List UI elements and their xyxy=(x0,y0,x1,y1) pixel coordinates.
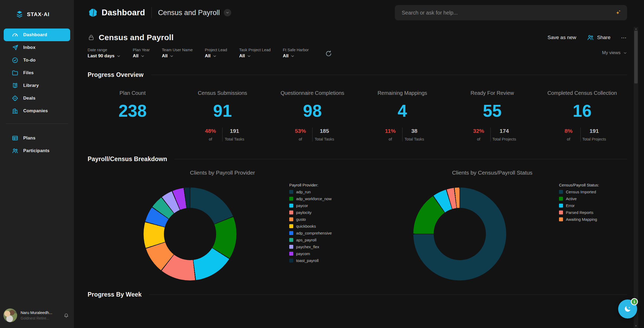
legend-item-awaiting-mapping[interactable]: Awaiting Mapping xyxy=(559,217,599,222)
filter-date-range[interactable]: Date rangeLast 90 days xyxy=(88,48,121,59)
legend-item-parsed-reports[interactable]: Parsed Reports xyxy=(559,210,599,215)
chevron-down-icon xyxy=(291,54,295,58)
sidebar-item-companies[interactable]: Companies xyxy=(4,105,70,117)
legend-item-paycor[interactable]: paycor xyxy=(289,203,332,208)
scrollbar-track[interactable]: ▲ ▼ xyxy=(634,27,638,328)
stat-percent-col: 53%of xyxy=(290,128,311,141)
brand-logo[interactable]: STAX·AI xyxy=(0,0,74,25)
legend-item-adp-comprehensive[interactable]: adp_comprehensive xyxy=(289,231,332,235)
stat-label: Questionnaire Completions xyxy=(267,90,357,96)
legend-swatch xyxy=(289,190,293,194)
stat-total-label: Total Projects xyxy=(582,137,606,141)
stat-of-label: of xyxy=(290,137,311,141)
share-button[interactable]: Share xyxy=(587,34,610,41)
filter-team-user-name[interactable]: Team User NameAll xyxy=(162,48,193,59)
title-actions: Save as new Share ⋯ xyxy=(548,34,627,41)
page-title: Census and Payroll xyxy=(99,33,174,42)
chevron-down-icon xyxy=(141,54,145,58)
stat-of-label: of xyxy=(558,137,579,141)
stat-total-value: 174 xyxy=(492,128,516,134)
legend-item-adp-workforce-now[interactable]: adp_workforce_now xyxy=(289,196,332,201)
filter-selected-value: All xyxy=(133,53,139,59)
legend-swatch xyxy=(559,204,563,208)
legend-swatch xyxy=(289,252,293,256)
legend-item-error[interactable]: Error xyxy=(559,203,599,208)
sidebar-item-participants[interactable]: Participants xyxy=(4,144,70,157)
legend-item-adp-run[interactable]: adp_run xyxy=(289,190,332,194)
legend-item-quickbooks[interactable]: quickbooks xyxy=(289,224,332,228)
legend-item-paychex-flex[interactable]: paychex_flex xyxy=(289,245,332,249)
legend-item-paylocity[interactable]: paylocity xyxy=(289,210,332,215)
sidebar-item-deals[interactable]: Deals xyxy=(4,92,70,105)
view-switcher-button[interactable] xyxy=(224,9,231,16)
chart-legend: Payroll Provider:adp_runadp_workforce_no… xyxy=(289,183,332,263)
legend-label: paycom xyxy=(296,251,310,256)
legend-item-paycom[interactable]: paycom xyxy=(289,251,332,256)
save-as-new-button[interactable]: Save as new xyxy=(548,35,576,40)
bell-icon[interactable] xyxy=(63,312,70,319)
stat-subrow: 53%of185Total Tasks xyxy=(267,128,357,141)
more-options-button[interactable]: ⋯ xyxy=(621,35,627,40)
assistant-floating-button[interactable]: 1 xyxy=(618,299,637,318)
filter-task-project-lead[interactable]: Task Project LeadAll xyxy=(239,48,271,59)
stat-total-col: 191Total Tasks xyxy=(224,128,245,141)
scrollbar-up-arrow[interactable]: ▲ xyxy=(634,27,638,30)
filter-value: All xyxy=(205,53,227,59)
user-profile[interactable]: Naru Muraleedh... Goldnest Retire... xyxy=(0,304,74,328)
chevron-down-icon xyxy=(225,11,230,15)
legend-swatch xyxy=(559,197,563,201)
stat-label: Remaining Mappings xyxy=(357,90,447,96)
sidebar-item-library[interactable]: Library xyxy=(4,79,70,92)
sidebar-item-to-do[interactable]: To-do xyxy=(4,54,70,67)
sidebar-item-plans[interactable]: Plans xyxy=(4,132,70,144)
stat-value: 238 xyxy=(88,102,178,119)
sidebar-item-inbox[interactable]: Inbox xyxy=(4,41,70,54)
my-views-dropdown[interactable]: My views xyxy=(602,50,627,55)
stat-percent-value: 53% xyxy=(290,128,311,134)
notification-badge: 1 xyxy=(631,298,638,305)
stat-of-label: of xyxy=(380,137,401,141)
filter-ft-safe-harbor[interactable]: Ft Safe HarborAll xyxy=(283,48,309,59)
search-input[interactable] xyxy=(402,10,614,16)
donut-hole xyxy=(434,208,486,260)
legend-item-aps-payroll[interactable]: aps_payroll xyxy=(289,238,332,242)
section-title: Progress Overview xyxy=(88,71,144,78)
filter-selected-value: All xyxy=(205,53,211,59)
stat-value: 55 xyxy=(447,102,537,119)
donut-chart[interactable] xyxy=(413,188,506,280)
donut-hole xyxy=(164,208,216,260)
chart-body: Payroll Provider:adp_runadp_workforce_no… xyxy=(88,179,357,280)
refresh-spinner-icon[interactable] xyxy=(325,50,333,58)
stat-label: Ready For Review xyxy=(447,90,537,96)
stat-dashed-divider xyxy=(490,128,491,141)
scrollbar-down-arrow[interactable]: ▼ xyxy=(634,325,638,327)
sidebar-item-files[interactable]: Files xyxy=(4,67,70,79)
ai-sparkle-icon[interactable] xyxy=(614,9,622,17)
section-rule xyxy=(151,75,627,75)
donut-chart[interactable] xyxy=(144,188,236,280)
scrollbar-thumb[interactable] xyxy=(634,31,638,83)
avatar[interactable] xyxy=(3,308,17,322)
legend-item-toast-payroll[interactable]: toast_payroll xyxy=(289,258,332,263)
sidebar-nav-secondary: PlansParticipants xyxy=(0,132,74,157)
legend-item-active[interactable]: Active xyxy=(559,196,599,201)
stat-total-value: 191 xyxy=(224,128,245,134)
my-views-label: My views xyxy=(602,50,621,55)
filter-plan-year[interactable]: Plan YearAll xyxy=(133,48,150,59)
filter-project-lead[interactable]: Project LeadAll xyxy=(205,48,227,59)
legend-swatch xyxy=(559,210,563,214)
filter-label: Project Lead xyxy=(205,48,227,52)
legend-swatch xyxy=(289,231,293,235)
legend-label: aps_payroll xyxy=(296,238,316,242)
stat-total-value: 185 xyxy=(314,128,335,134)
legend-item-gusto[interactable]: gusto xyxy=(289,217,332,222)
search-bar[interactable] xyxy=(395,5,627,20)
files-icon xyxy=(12,69,18,76)
filter-row: Date rangeLast 90 daysPlan YearAllTeam U… xyxy=(88,48,627,59)
legend-item-census-imported[interactable]: Census Imported xyxy=(559,190,599,194)
stats-row: Plan Count238Census Submissions9148%of19… xyxy=(88,90,627,141)
sidebar-item-dashboard[interactable]: Dashboard xyxy=(4,29,70,41)
stat-label: Census Submissions xyxy=(178,90,268,96)
legend-label: toast_payroll xyxy=(296,258,319,263)
user-org: Goldnest Retire... xyxy=(21,316,52,320)
